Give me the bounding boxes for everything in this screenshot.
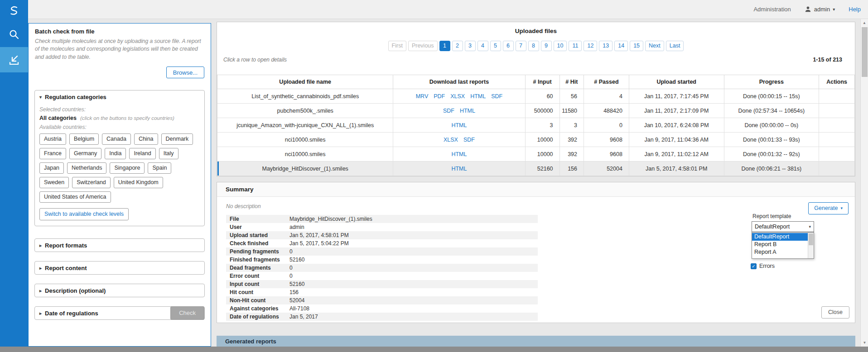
pagination-next[interactable]: Next [645, 41, 664, 51]
generate-button[interactable]: Generate ▾ [808, 202, 849, 214]
pagination-page-1[interactable]: 1 [439, 41, 450, 51]
file-row[interactable]: nci10000.smilesHTML100003929608Jan 9, 20… [217, 147, 855, 162]
summary-label: Check finished [226, 239, 286, 247]
column-header-upload-started[interactable]: Upload started [629, 75, 724, 89]
all-categories-row: All categories (click on the buttons to … [39, 115, 200, 121]
close-button[interactable]: Close [821, 306, 849, 319]
pagination-page-8[interactable]: 8 [528, 41, 539, 51]
pagination-page-4[interactable]: 4 [477, 41, 488, 51]
file-row[interactable]: Maybridge_HitDiscover_(1).smilesHTML5216… [217, 162, 855, 176]
section-title: Report content [45, 265, 87, 271]
country-button-france[interactable]: France [39, 148, 66, 159]
pagination-page-12[interactable]: 12 [583, 41, 597, 51]
report-link-xlsx[interactable]: XLSX [450, 93, 465, 100]
column-header-actions[interactable]: Actions [819, 75, 855, 89]
help-link[interactable]: Help [849, 6, 861, 13]
summary-value: 0 [286, 272, 538, 280]
country-button-japan[interactable]: Japan [39, 162, 64, 174]
pagination-previous[interactable]: Previous [408, 41, 438, 51]
scroll-up-icon[interactable]: ▲ [861, 19, 868, 27]
chevron-right-icon: ▸ [39, 243, 42, 248]
report-link-html[interactable]: HTML [470, 93, 486, 100]
dropdown-scrollbar[interactable] [808, 233, 814, 258]
regulation-categories-header[interactable]: ▾ Regulation categories [35, 90, 204, 104]
check-button[interactable]: Check [170, 306, 204, 320]
pagination-page-15[interactable]: 15 [630, 41, 643, 51]
pagination-page-2[interactable]: 2 [452, 41, 463, 51]
pagination-page-7[interactable]: 7 [516, 41, 526, 51]
scrollbar-thumb[interactable] [862, 27, 868, 77]
report-link-sdf[interactable]: SDF [463, 137, 475, 143]
country-button-germany[interactable]: Germany [69, 148, 101, 159]
panel-section-report-formats[interactable]: ▸Report formats [34, 238, 205, 252]
report-links-cell: SDFHTML [393, 104, 525, 118]
report-link-html[interactable]: HTML [451, 122, 467, 128]
scroll-down-icon[interactable]: ▼ [861, 339, 868, 347]
column-header-passed[interactable]: # Passed [584, 75, 629, 89]
user-menu[interactable]: admin ▾ [805, 6, 835, 13]
country-button-netherlands[interactable]: Netherlands [67, 162, 106, 174]
country-button-singapore[interactable]: Singapore [110, 162, 145, 174]
errors-checkbox[interactable]: ✓ [751, 263, 757, 269]
country-button-united-states-of-america[interactable]: United States of America [39, 191, 111, 203]
batch-check-nav-button[interactable] [0, 47, 28, 72]
browse-button[interactable]: Browse... [166, 67, 204, 78]
results-range: 1-15 of 213 [813, 57, 849, 63]
errors-checkbox-row[interactable]: ✓ Errors [751, 263, 775, 269]
column-header-uploaded-file-name[interactable]: Uploaded file name [217, 75, 393, 89]
report-template-option-defaultreport[interactable]: DefaultReport [752, 233, 808, 241]
country-button-denmark[interactable]: Denmark [161, 133, 193, 145]
app-logo[interactable] [0, 0, 28, 22]
report-link-html[interactable]: HTML [451, 166, 467, 172]
report-link-mrv[interactable]: MRV [416, 93, 429, 100]
country-button-united-kingdom[interactable]: United Kingdom [114, 177, 163, 188]
country-button-sweden[interactable]: Sweden [39, 177, 69, 188]
report-link-sdf[interactable]: SDF [491, 93, 502, 100]
country-button-austria[interactable]: Austria [39, 133, 66, 145]
report-template-option-report-a[interactable]: Report A [752, 248, 808, 256]
file-row[interactable]: List_of_synthetic_cannabinoids_pdf.smile… [217, 89, 855, 104]
administration-link[interactable]: Administration [753, 6, 791, 13]
pagination-page-3[interactable]: 3 [465, 41, 476, 51]
file-row[interactable]: jcunique_Amazon_with-jcunique_CXN_ALL_(1… [217, 118, 855, 133]
country-button-china[interactable]: China [134, 133, 158, 145]
pagination-page-14[interactable]: 14 [614, 41, 628, 51]
report-link-html[interactable]: HTML [460, 108, 475, 114]
report-link-html[interactable]: HTML [451, 151, 467, 157]
pagination-page-10[interactable]: 10 [554, 41, 567, 51]
country-button-ireland[interactable]: Ireland [129, 148, 155, 159]
pagination-page-5[interactable]: 5 [490, 41, 501, 51]
country-button-canada[interactable]: Canada [102, 133, 131, 145]
pagination-page-13[interactable]: 13 [599, 41, 612, 51]
country-button-switzerland[interactable]: Switzerland [72, 177, 111, 188]
file-row[interactable]: nci10000.smilesXLSXSDF100003929608Jan 9,… [217, 133, 855, 147]
country-button-spain[interactable]: Spain [148, 162, 171, 174]
uploaded-files-table: Uploaded file nameDownload last reports#… [217, 75, 855, 176]
report-template-option-report-b[interactable]: Report B [752, 241, 808, 248]
column-header-input[interactable]: # Input [525, 75, 559, 89]
search-nav-button[interactable] [0, 22, 28, 47]
vertical-scrollbar[interactable]: ▲ ▼ [860, 19, 868, 347]
input-count-cell: 10000 [525, 147, 559, 162]
report-link-sdf[interactable]: SDF [443, 108, 454, 114]
switch-check-levels-button[interactable]: Switch to available check levels [39, 208, 129, 220]
dropdown-scrollbar-thumb[interactable] [809, 233, 813, 245]
column-header-hit[interactable]: # Hit [559, 75, 583, 89]
summary-row-file: FileMaybridge_HitDiscover_(1).smiles [226, 215, 538, 223]
pagination-page-9[interactable]: 9 [541, 41, 552, 51]
country-button-belgium[interactable]: Belgium [69, 133, 99, 145]
pagination-page-6[interactable]: 6 [503, 41, 514, 51]
pagination-last[interactable]: Last [666, 41, 684, 51]
panel-section-description-optional[interactable]: ▸Description (optional) [34, 284, 205, 297]
panel-section-report-content[interactable]: ▸Report content [34, 261, 205, 275]
column-header-progress[interactable]: Progress [724, 75, 819, 89]
file-row[interactable]: pubchem500k_.smilesSDFHTML50000011580488… [217, 104, 855, 118]
report-link-pdf[interactable]: PDF [434, 93, 445, 100]
report-template-select[interactable]: DefaultReport ▾ [752, 221, 814, 232]
pagination-page-11[interactable]: 11 [569, 41, 582, 51]
country-button-italy[interactable]: Italy [159, 148, 178, 159]
pagination-first[interactable]: First [388, 41, 406, 51]
report-link-xlsx[interactable]: XLSX [444, 137, 458, 143]
country-button-india[interactable]: India [105, 148, 126, 159]
column-header-download-last-reports[interactable]: Download last reports [393, 75, 525, 89]
